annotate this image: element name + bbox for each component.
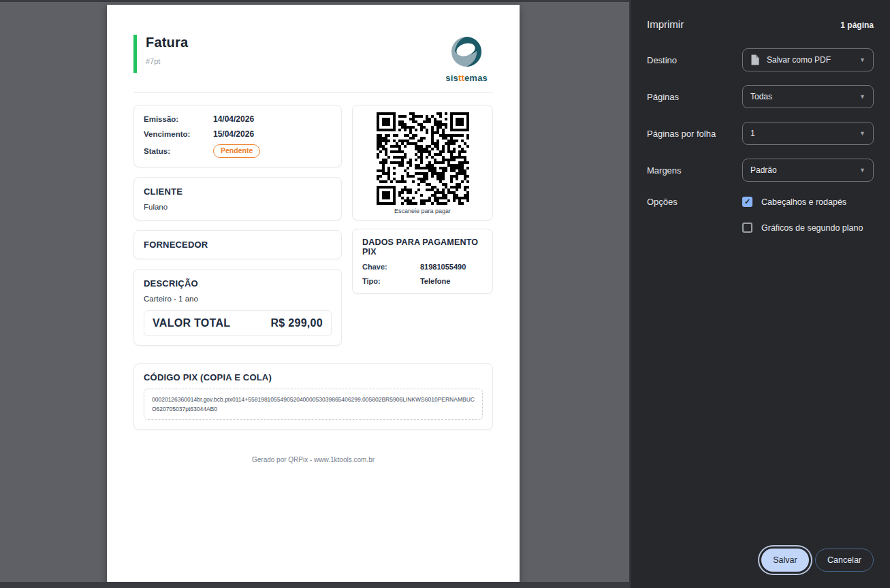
chave-value: 81981055490 — [420, 263, 466, 271]
destination-value: Salvar como PDF — [767, 55, 831, 65]
headers-footers-checkbox[interactable]: ✓ — [742, 197, 752, 207]
invoice-header: Fatura #7pt sisttemas — [133, 35, 493, 83]
pix-data-card: DADOS PARA PAGAMENTO PIX Chave: 81981055… — [352, 229, 493, 294]
cliente-card: CLIENTE Fulano — [133, 177, 342, 220]
pix-code-text: 00020126360014br.gov.bcb.pix0114+5581981… — [152, 395, 475, 414]
background-graphics-label: Gráficos de segundo plano — [761, 223, 863, 233]
qr-caption: Escaneie para pagar — [358, 208, 487, 216]
margins-value: Padrão — [750, 165, 777, 175]
header-divider — [133, 92, 493, 93]
logo-text-suffix: emas — [464, 73, 488, 83]
valor-total-box: VALOR TOTAL R$ 299,00 — [144, 310, 332, 336]
pages-label: Páginas — [647, 92, 679, 102]
chevron-down-icon: ▼ — [859, 56, 865, 63]
status-row: Status: Pendente — [144, 144, 332, 158]
document-icon — [750, 54, 759, 65]
options-label: Opções — [647, 197, 678, 207]
chevron-down-icon: ▼ — [859, 93, 865, 100]
emissao-label: Emissão: — [144, 115, 213, 123]
tipo-value: Telefone — [420, 277, 450, 285]
cliente-name: Fulano — [144, 203, 332, 211]
background-graphics-checkbox[interactable]: ✓ — [742, 223, 752, 233]
invoice-title: Fatura — [146, 35, 188, 50]
tipo-row: Tipo: Telefone — [362, 277, 483, 285]
margins-row: Margens Padrão ▼ — [647, 159, 874, 182]
chave-label: Chave: — [362, 263, 420, 271]
pages-row: Páginas Todas ▼ — [647, 85, 874, 108]
logo-wordmark: sisttemas — [445, 73, 488, 83]
logo-text-prefix: sis — [445, 73, 458, 83]
panel-header: Imprimir 1 página — [647, 0, 874, 30]
valor-total-label: VALOR TOTAL — [153, 317, 230, 329]
save-button[interactable]: Salvar — [761, 549, 809, 572]
emissao-value: 14/04/2026 — [213, 114, 254, 124]
pages-select[interactable]: Todas ▼ — [742, 85, 874, 108]
vencimento-label: Vencimento: — [144, 130, 213, 138]
pix-data-title: DADOS PARA PAGAMENTO PIX — [362, 238, 483, 257]
chevron-down-icon: ▼ — [859, 130, 865, 137]
vencimento-value: 15/04/2026 — [213, 129, 254, 139]
invoice-number: #7pt — [146, 57, 188, 65]
pix-code-card: CÓDIGO PIX (COPIA E COLA) 00020126360014… — [133, 363, 493, 430]
tipo-label: Tipo: — [362, 277, 420, 285]
fornecedor-card: FORNECEDOR — [133, 230, 342, 259]
qr-card: Escaneie para pagar — [352, 105, 493, 220]
fornecedor-title: FORNECEDOR — [144, 240, 332, 250]
destination-select[interactable]: Salvar como PDF ▼ — [742, 48, 874, 71]
cancel-button[interactable]: Cancelar — [815, 549, 874, 572]
print-preview-area: Fatura #7pt sisttemas — [0, 0, 629, 588]
logo-text-mid: tt — [458, 73, 464, 83]
emissao-row: Emissão: 14/04/2026 — [144, 114, 332, 124]
company-logo: sisttemas — [445, 35, 488, 83]
panel-footer: Salvar Cancelar — [761, 549, 874, 572]
margins-select[interactable]: Padrão ▼ — [742, 159, 874, 182]
pages-per-sheet-value: 1 — [750, 129, 755, 138]
print-settings-panel: Imprimir 1 página Destino Salvar como PD… — [629, 0, 890, 588]
invoice-title-block: Fatura #7pt — [133, 35, 188, 73]
valor-total-amount: R$ 299,00 — [270, 317, 323, 329]
invoice-meta-card: Emissão: 14/04/2026 Vencimento: 15/04/20… — [133, 105, 342, 167]
pages-per-sheet-row: Páginas por folha 1 ▼ — [647, 122, 874, 145]
logo-swirl-icon — [449, 35, 483, 69]
preview-bottom-edge — [0, 582, 629, 588]
pages-per-sheet-label: Páginas por folha — [647, 129, 716, 139]
headers-footers-option[interactable]: ✓ Cabeçalhos e rodapés — [742, 197, 874, 207]
pix-qr-code — [377, 112, 469, 205]
chave-row: Chave: 81981055490 — [362, 263, 483, 271]
chevron-down-icon: ▼ — [859, 167, 865, 174]
pix-code-title: CÓDIGO PIX (COPIA E COLA) — [144, 372, 483, 382]
pix-code-box: 00020126360014br.gov.bcb.pix0114+5581981… — [144, 389, 483, 420]
cliente-title: CLIENTE — [144, 186, 332, 197]
headers-footers-label: Cabeçalhos e rodapés — [761, 197, 846, 207]
destination-label: Destino — [647, 55, 677, 65]
vencimento-row: Vencimento: 15/04/2026 — [144, 129, 332, 139]
descricao-text: Carteiro - 1 ano — [144, 295, 332, 303]
status-label: Status: — [144, 147, 213, 155]
check-icon: ✓ — [744, 198, 750, 206]
panel-title: Imprimir — [647, 18, 684, 30]
descricao-card: DESCRIÇÃO Carteiro - 1 ano VALOR TOTAL R… — [133, 269, 342, 346]
destination-row: Destino Salvar como PDF ▼ — [647, 48, 874, 71]
pages-value: Todas — [750, 92, 772, 101]
print-preview-window: Fatura #7pt sisttemas — [0, 0, 890, 588]
pages-per-sheet-select[interactable]: 1 ▼ — [742, 122, 874, 145]
generator-credit: Gerado por QRPix - www.1ktools.com.br — [133, 456, 493, 463]
document-page: Fatura #7pt sisttemas — [107, 5, 520, 584]
status-badge: Pendente — [213, 144, 260, 158]
margins-label: Margens — [647, 165, 682, 176]
options-row: Opções ✓ Cabeçalhos e rodapés ✓ Gráficos… — [647, 197, 874, 233]
descricao-title: DESCRIÇÃO — [144, 278, 332, 289]
page-count-badge: 1 página — [840, 20, 874, 30]
background-graphics-option[interactable]: ✓ Gráficos de segundo plano — [742, 223, 874, 233]
